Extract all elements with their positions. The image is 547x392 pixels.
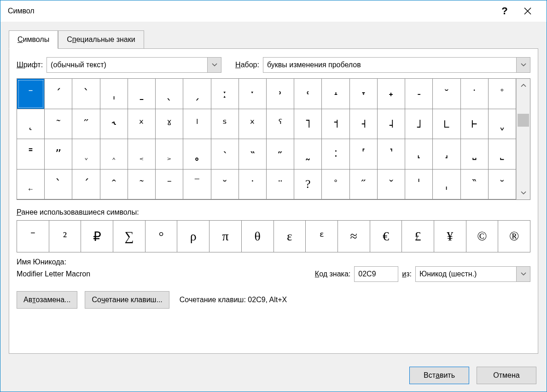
insert-button[interactable]: Вставить [409, 367, 469, 384]
symbol-cell[interactable]: ˿ [17, 170, 45, 200]
cancel-button[interactable]: Отмена [477, 367, 536, 384]
symbol-cell[interactable]: ˙ [461, 79, 489, 109]
symbol-cell[interactable]: ˶ [267, 139, 294, 170]
symbol-cell[interactable]: ˊ [72, 170, 100, 200]
symbol-cell[interactable]: ː [211, 79, 239, 109]
autocorrect-button[interactable]: Автозамена... [17, 291, 77, 309]
symbol-cell[interactable]: ˜ [128, 170, 156, 200]
symbol-cell[interactable]: ˾ [489, 139, 516, 170]
from-combo[interactable]: Юникод (шестн.) [415, 266, 530, 282]
symbol-cell[interactable]: ˩ [405, 109, 433, 140]
set-combo-button[interactable] [516, 58, 530, 72]
symbol-cell[interactable]: ˰ [100, 139, 128, 170]
symbol-cell[interactable]: ˇ [378, 170, 405, 200]
symbol-cell[interactable]: ˑ [239, 79, 267, 109]
symbol-cell[interactable]: ˍ [128, 79, 156, 109]
recent-symbol-cell[interactable]: ∑ [113, 221, 145, 252]
symbol-cell[interactable]: ˎ [156, 79, 183, 109]
recent-symbol-cell[interactable]: ₽ [81, 221, 113, 252]
recent-symbol-cell[interactable]: © [466, 221, 499, 252]
scroll-down-button[interactable] [517, 187, 530, 199]
symbol-cell[interactable]: ˋ [45, 170, 72, 200]
symbol-cell[interactable]: ˚ [489, 79, 516, 109]
recent-symbol-cell[interactable]: ² [49, 221, 81, 252]
symbol-cell[interactable]: ˠ [156, 109, 183, 140]
symbol-cell[interactable]: ˝ [72, 109, 100, 140]
symbol-cell[interactable]: ˘ [211, 170, 239, 200]
grid-scrollbar[interactable] [516, 79, 530, 199]
symbol-cell[interactable]: ˬ [489, 109, 516, 140]
symbol-cell[interactable]: ˔ [322, 79, 349, 109]
symbol-cell[interactable]: ˏ [183, 79, 211, 109]
symbol-cell[interactable]: ˦ [322, 109, 349, 140]
symbol-cell[interactable]: ˮ [45, 139, 72, 170]
recent-symbol-cell[interactable]: π [209, 221, 242, 252]
symbol-cell[interactable]: ˻ [405, 139, 433, 170]
symbol-cell[interactable]: ˣ [128, 109, 156, 140]
tab-special[interactable]: Специальные знаки [58, 30, 144, 49]
symbol-cell[interactable]: ˱ [128, 139, 156, 170]
symbol-cell[interactable]: ˲ [156, 139, 183, 170]
font-combo[interactable]: (обычный текст) [47, 57, 221, 73]
symbol-cell[interactable]: ˌ [433, 170, 460, 200]
symbol-cell[interactable]: ˚ [322, 170, 349, 200]
symbol-cell[interactable]: ˵ [239, 139, 267, 170]
symbol-cell[interactable]: ˹ [350, 139, 378, 170]
close-button[interactable] [516, 0, 539, 22]
symbol-cell[interactable]: ˥ [294, 109, 322, 140]
symbol-cell[interactable]: ˡ [183, 109, 211, 140]
recent-symbol-cell[interactable]: £ [402, 221, 434, 252]
recent-symbol-cell[interactable]: ® [498, 221, 530, 252]
symbol-cell[interactable]: ˤ [267, 109, 294, 140]
recent-symbol-cell[interactable]: ¥ [434, 221, 466, 252]
symbol-cell[interactable]: ˭ [17, 139, 45, 170]
symbol-cell[interactable]: ˕ [350, 79, 378, 109]
symbol-cell[interactable]: ˣ [239, 109, 267, 140]
symbol-cell[interactable]: ¨ [267, 170, 294, 200]
symbol-cell[interactable]: ˉ [156, 170, 183, 200]
symbol-cell[interactable]: ˖ [378, 79, 405, 109]
symbol-cell[interactable]: ˧ [350, 109, 378, 140]
recent-symbol-cell[interactable]: ˉ [17, 221, 49, 252]
help-button[interactable]: ? [493, 0, 516, 22]
recent-symbol-cell[interactable]: ≈ [338, 221, 370, 252]
symbol-cell[interactable]: ? [294, 170, 322, 200]
symbol-cell[interactable]: ˈ [405, 170, 433, 200]
shortcut-button[interactable]: Сочетание клавиш... [85, 291, 169, 309]
symbol-cell[interactable]: ˝ [350, 170, 378, 200]
symbol-cell[interactable]: ˗ [405, 79, 433, 109]
recent-symbol-cell[interactable]: € [370, 221, 402, 252]
scroll-thumb[interactable] [518, 114, 529, 127]
symbol-cell[interactable]: ˼ [433, 139, 460, 170]
symbol-cell[interactable]: ˊ [45, 79, 72, 109]
symbol-cell[interactable]: ˳ [183, 139, 211, 170]
symbol-cell[interactable]: ˘ [433, 79, 460, 109]
symbol-cell[interactable]: ˓ [294, 79, 322, 109]
symbol-cell[interactable]: ˒ [267, 79, 294, 109]
set-combo[interactable]: буквы изменения пробелов [263, 57, 530, 73]
symbol-cell[interactable]: ˛ [17, 109, 45, 140]
recent-symbol-cell[interactable]: ᵋ [306, 221, 338, 252]
symbol-cell[interactable]: ˢ [211, 109, 239, 140]
symbol-cell[interactable]: ˷ [294, 139, 322, 170]
symbol-cell[interactable]: ˋ [72, 79, 100, 109]
symbol-cell[interactable]: ˌ [100, 79, 128, 109]
tab-symbols[interactable]: Символы [9, 30, 58, 49]
symbol-cell[interactable]: ˽ [461, 139, 489, 170]
from-combo-button[interactable] [516, 267, 530, 281]
recent-symbol-cell[interactable]: ε [274, 221, 306, 252]
scroll-track[interactable] [517, 92, 530, 187]
symbol-cell[interactable]: ˫ [461, 109, 489, 140]
symbol-cell[interactable]: ˘ [489, 170, 516, 200]
font-combo-button[interactable] [207, 58, 221, 72]
symbol-cell[interactable]: ˞ [100, 109, 128, 140]
symbol-cell[interactable]: ˨ [378, 109, 405, 140]
symbol-cell[interactable]: ˙ [239, 170, 267, 200]
code-input[interactable] [354, 266, 398, 282]
symbol-cell[interactable]: ‾ [183, 170, 211, 200]
symbol-cell[interactable]: ˴ [211, 139, 239, 170]
symbol-cell[interactable]: ‶ [461, 170, 489, 200]
recent-symbol-cell[interactable]: ρ [177, 221, 209, 252]
symbol-cell[interactable]: ˉ [17, 79, 45, 109]
symbol-cell[interactable]: ˆ [100, 170, 128, 200]
